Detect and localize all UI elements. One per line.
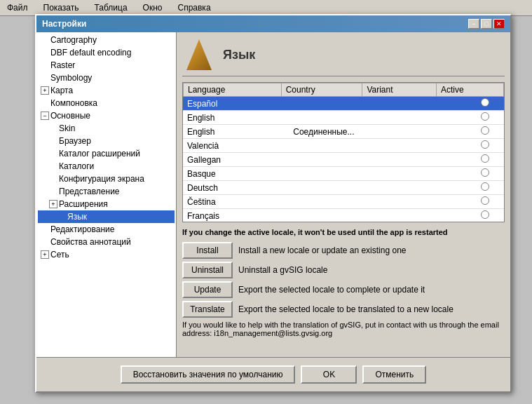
table-row[interactable]: English	[183, 111, 504, 125]
cell-active[interactable]	[466, 97, 504, 111]
dialog-titlebar: Настройки − □ ✕	[36, 15, 510, 32]
cell-country	[289, 181, 446, 195]
cell-language: Español	[183, 97, 289, 111]
menu-view[interactable]: Показать	[39, 1, 83, 14]
cell-country	[289, 153, 446, 167]
tree-item[interactable]: Редактирование	[38, 223, 175, 236]
action-description: Uninstall a gvSIG locale	[238, 265, 327, 275]
cell-variant	[446, 139, 465, 153]
tree-item[interactable]: Свойства аннотаций	[38, 236, 175, 248]
cell-variant	[446, 181, 465, 195]
cell-language: Deutsch	[183, 181, 289, 195]
cell-variant	[446, 97, 465, 111]
col-country: Country	[281, 83, 362, 97]
tree-item-label: Cartography	[50, 35, 97, 45]
cell-active[interactable]	[466, 181, 504, 195]
tree-item[interactable]: Symbology	[38, 72, 175, 84]
tree-item[interactable]: +Расширения	[38, 198, 175, 210]
dialog-footer: Восстановить значения по умолчанию OK От…	[36, 358, 510, 391]
radio-button[interactable]	[481, 126, 489, 135]
cell-active[interactable]	[466, 167, 504, 181]
ok-button[interactable]: OK	[301, 365, 357, 384]
tree-item[interactable]: Язык	[38, 210, 175, 223]
table-row[interactable]: EnglishСоединенные...	[183, 125, 504, 139]
tree-item-label: Редактирование	[50, 224, 114, 234]
cell-active[interactable]	[466, 195, 504, 209]
tree-item-label: Основные	[50, 111, 90, 121]
col-language: Language	[184, 83, 282, 97]
cell-active[interactable]	[466, 139, 504, 153]
tree-item[interactable]: Каталог расширений	[38, 147, 175, 160]
action-row: UpdateExport the selected locale to comp…	[182, 281, 505, 298]
table-row[interactable]: Basque	[183, 167, 504, 181]
table-row[interactable]: Valencià	[183, 139, 504, 153]
menu-table[interactable]: Таблица	[90, 1, 132, 14]
cell-active[interactable]	[466, 111, 504, 125]
action-button-uninstall[interactable]: Uninstall	[182, 262, 233, 278]
action-button-translate[interactable]: Translate	[182, 301, 233, 318]
tree-item[interactable]: Каталоги	[38, 160, 175, 173]
radio-button[interactable]	[481, 140, 489, 149]
tree-item[interactable]: Cartography	[38, 34, 175, 46]
tree-item-label: Карта	[50, 86, 73, 95]
tree-item-label: Skin	[59, 123, 75, 133]
cell-active[interactable]	[466, 209, 504, 222]
radio-button[interactable]	[481, 182, 489, 191]
restore-defaults-button[interactable]: Восстановить значения по умолчанию	[121, 365, 296, 384]
section-header: Язык	[182, 38, 505, 76]
radio-button[interactable]	[481, 210, 489, 219]
tree-item[interactable]: Skin	[38, 122, 175, 135]
radio-button[interactable]	[481, 196, 489, 205]
minimize-button[interactable]: −	[468, 19, 479, 29]
table-row[interactable]: Français	[183, 209, 504, 222]
tree-item[interactable]: +Карта	[38, 84, 175, 97]
tree-item[interactable]: Представление	[38, 185, 175, 198]
tree-item[interactable]: Компоновка	[38, 97, 175, 109]
tree-item[interactable]: Raster	[38, 59, 175, 72]
table-row[interactable]: Gallegan	[183, 153, 504, 167]
tree-item[interactable]: +Сеть	[38, 248, 175, 261]
tree-item[interactable]: DBF default encoding	[38, 46, 175, 59]
tree-item-label: Представление	[59, 187, 120, 196]
menu-window[interactable]: Окно	[139, 1, 167, 14]
tree-item[interactable]: Браузер	[38, 135, 175, 147]
table-row[interactable]: Čeština	[183, 195, 504, 209]
action-description: Export the selected locale to complete o…	[238, 285, 425, 295]
action-button-update[interactable]: Update	[182, 281, 233, 298]
language-table-body[interactable]: EspañolEnglishEnglishСоединенные...Valen…	[183, 97, 504, 222]
radio-button[interactable]	[481, 168, 489, 177]
section-icon	[182, 38, 216, 72]
language-table-header: Language Country Variant Active	[183, 83, 504, 97]
cell-language: English	[183, 111, 289, 125]
cell-language: Basque	[183, 167, 289, 181]
tree-item-label: Symbology	[50, 73, 92, 83]
menu-help[interactable]: Справка	[173, 1, 214, 14]
radio-button[interactable]	[481, 154, 489, 163]
notice-text: If you change the active locale, it won'…	[182, 228, 505, 236]
cell-country	[289, 209, 446, 222]
actions-container: InstallInstall a new locale or update an…	[182, 242, 505, 318]
cell-language: Gallegan	[183, 153, 289, 167]
cancel-button[interactable]: Отменить	[362, 365, 426, 384]
cell-variant	[446, 125, 465, 139]
cell-country	[289, 139, 446, 153]
table-row[interactable]: Español	[183, 97, 504, 111]
radio-button[interactable]	[481, 112, 489, 121]
maximize-button[interactable]: □	[481, 19, 492, 29]
tree-item-label: Сеть	[50, 250, 69, 260]
bottom-note: If you would like to help with the trans…	[182, 321, 505, 337]
tree-item[interactable]: Конфигурация экрана	[38, 173, 175, 185]
action-button-install[interactable]: Install	[182, 242, 233, 259]
table-row[interactable]: Deutsch	[183, 181, 504, 195]
cell-language: Français	[183, 209, 289, 222]
tree-item-label: DBF default encoding	[50, 48, 131, 58]
menu-file[interactable]: Файл	[3, 1, 32, 14]
cell-variant	[446, 153, 465, 167]
tree-item-label: Язык	[67, 212, 87, 222]
cell-active[interactable]	[466, 153, 504, 167]
close-button[interactable]: ✕	[493, 19, 505, 29]
radio-button[interactable]	[481, 98, 489, 107]
tree-item-label: Браузер	[59, 136, 91, 146]
tree-item[interactable]: −Основные	[38, 109, 175, 122]
cell-active[interactable]	[466, 125, 504, 139]
